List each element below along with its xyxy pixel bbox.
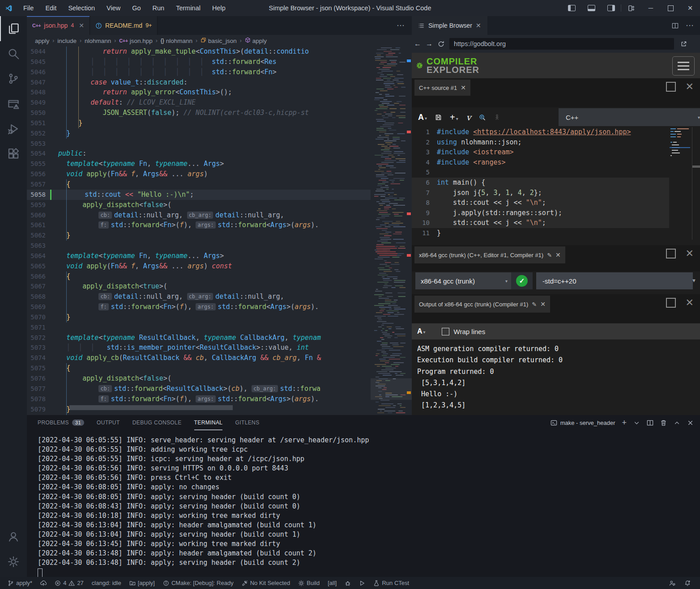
status-item[interactable]: [apply]	[126, 577, 158, 589]
code-line[interactable]: 11}	[412, 228, 669, 238]
scrollbar-handle[interactable]	[692, 165, 700, 168]
close-icon[interactable]: ✕	[540, 301, 546, 308]
tab-simple-browser[interactable]: Simple Browser ✕	[412, 16, 487, 35]
status-item[interactable]	[681, 577, 694, 589]
font-size-button[interactable]: A▾	[417, 327, 426, 335]
code-line[interactable]: 5069 f:std::forward<Fn>(f), args:std::fo…	[27, 302, 412, 312]
horizontal-scrollbar[interactable]	[69, 405, 233, 410]
breadcrumb-item[interactable]: include	[57, 38, 77, 44]
code-line[interactable]: 5077 cb:std::forward<ResultCallback>(cb)…	[27, 384, 412, 394]
minimap[interactable]	[371, 47, 412, 415]
close-pane-icon[interactable]: ✕	[686, 250, 694, 258]
chevron-down-icon[interactable]: ▼	[691, 278, 696, 283]
status-item[interactable]: clangd: idle	[89, 577, 124, 589]
code-line[interactable]: 6int main() {	[412, 178, 669, 188]
code-line[interactable]: 5055 template<typename Fn, typename... A…	[27, 159, 412, 169]
search-icon[interactable]	[0, 41, 27, 66]
code-line[interactable]: 5074 void apply_cb(ResultCallback && cb,…	[27, 353, 412, 363]
code-line[interactable]: 5072 template<typename ResultCallback, t…	[27, 333, 412, 343]
extensions-icon[interactable]	[0, 141, 27, 166]
customize-layout-icon[interactable]	[621, 0, 641, 16]
code-line[interactable]: 5054 public:	[27, 148, 412, 159]
status-item[interactable]	[341, 577, 354, 589]
open-external-icon[interactable]	[680, 41, 687, 47]
add-pane-button[interactable]: +▾	[450, 112, 458, 123]
code-editor[interactable]: 5044 return apply_make_tuple<ConstThis>(…	[27, 47, 412, 415]
code-line[interactable]: 5052 }	[27, 128, 412, 139]
code-line[interactable]: 10 std::cout << j << "\n";	[412, 218, 669, 228]
code-line[interactable]: 5076 apply_dispatch<false>(	[27, 373, 412, 384]
close-tab-icon[interactable]: ✕	[476, 22, 481, 29]
code-line[interactable]: 5075 {	[27, 363, 412, 373]
terminal-content[interactable]: [2022-04-30 06:05:55] INFO: serve_header…	[38, 436, 369, 577]
minimize-icon[interactable]: ─	[641, 0, 661, 16]
compiler-select[interactable]: x86-64 gcc (trunk)▾	[415, 272, 512, 289]
code-line[interactable]: 9 j.apply(std::ranges::sort);	[412, 208, 669, 218]
toggle-sidebar-icon[interactable]	[562, 0, 581, 16]
new-terminal-icon[interactable]: +	[622, 418, 627, 428]
panel-tab-debug-console[interactable]: DEBUG CONSOLE	[132, 415, 182, 430]
vim-mode-icon[interactable]: v	[466, 112, 471, 122]
breadcrumb-item[interactable]: apply	[35, 38, 49, 44]
code-line[interactable]: 5058 std::cout << "Hello :-)\n";	[27, 190, 412, 200]
status-item[interactable]: Run CTest	[370, 577, 412, 589]
maximize-pane-icon[interactable]	[666, 298, 676, 308]
breadcrumb-item[interactable]: nlohmann	[85, 38, 111, 44]
code-line[interactable]: 5061 f:std::forward<Fn>(f), args:std::fo…	[27, 220, 412, 230]
close-pane-icon[interactable]: ✕	[686, 299, 694, 307]
maximize-pane-icon[interactable]	[666, 82, 676, 92]
terminal-task[interactable]: make - serve_header	[551, 420, 615, 426]
code-line[interactable]: 5068 cb:detail::null_arg, cb_arg:detail:…	[27, 292, 412, 302]
files-icon[interactable]	[0, 16, 27, 41]
code-line[interactable]: 5070 }	[27, 312, 412, 322]
rename-icon[interactable]: ✎	[547, 252, 552, 258]
code-line[interactable]: 5051 }	[27, 118, 412, 128]
code-line[interactable]: 5067 apply_dispatch<true>(	[27, 281, 412, 292]
output-tab[interactable]: Output of x86-64 gcc (trunk) (Compiler #…	[414, 296, 550, 313]
status-item[interactable]	[666, 577, 679, 589]
minimap-slider[interactable]	[371, 378, 412, 400]
code-line[interactable]: 5066 {	[27, 271, 412, 282]
code-line[interactable]: 2using nlohmann::json;	[412, 137, 669, 148]
menu-go[interactable]: Go	[127, 3, 145, 13]
source-tab[interactable]: C++ source #1 ✕	[414, 80, 470, 96]
menu-selection[interactable]: Selection	[63, 3, 100, 13]
editor-more-actions-icon[interactable]: ⋯	[397, 16, 412, 35]
language-select[interactable]: C++▾	[559, 108, 700, 126]
menu-edit[interactable]: Edit	[40, 3, 61, 13]
person-icon[interactable]	[494, 114, 500, 121]
panel-tab-terminal[interactable]: TERMINAL	[194, 415, 223, 430]
settings-gear-icon[interactable]	[0, 549, 27, 574]
app-window-warning-icon[interactable]	[0, 91, 27, 116]
status-item[interactable]: CMake: [Debug]: Ready	[160, 577, 237, 589]
code-line[interactable]: 5073 │ │ │ std::is_member_pointer<Result…	[27, 343, 412, 353]
code-line[interactable]: 5065 void apply(Fn&& f, Args&& ... args)…	[27, 261, 412, 271]
menu-terminal[interactable]: Terminal	[171, 3, 205, 13]
code-line[interactable]: 5063	[27, 241, 412, 251]
close-tab-icon[interactable]: ✕	[79, 22, 84, 29]
panel-tab-gitlens[interactable]: GITLENS	[235, 415, 259, 430]
code-line[interactable]: 5	[412, 167, 669, 178]
code-line[interactable]: 5059 apply_dispatch<false>(	[27, 200, 412, 210]
status-item[interactable]: 427	[51, 577, 87, 589]
compiler-tab[interactable]: x86-64 gcc (trunk) (C++, Editor #1, Comp…	[414, 246, 565, 263]
close-icon[interactable]: ✕	[555, 251, 561, 258]
menu-help[interactable]: Help	[207, 3, 230, 13]
godbolt-minimap[interactable]	[670, 127, 692, 240]
code-line[interactable]: 8 std::cout << j << "\n";	[412, 198, 669, 208]
maximize-pane-icon[interactable]	[666, 249, 676, 258]
close-pane-icon[interactable]: ✕	[686, 83, 694, 91]
code-line[interactable]: 5048 return apply_error<ConstThis>();	[27, 87, 412, 97]
split-terminal-icon[interactable]	[647, 420, 653, 426]
code-line[interactable]: 1#include <https://localhost:8443/apply/…	[412, 127, 669, 137]
code-line[interactable]: 5053	[27, 139, 412, 149]
code-line[interactable]: 5049 default: // LCOV_EXCL_LINE	[27, 97, 412, 108]
status-item[interactable]: No Kit Selected	[239, 577, 294, 589]
panel-tab-output[interactable]: OUTPUT	[97, 415, 120, 430]
kill-terminal-icon[interactable]	[660, 420, 667, 426]
status-item[interactable]	[37, 577, 50, 589]
compiler-options-input[interactable]: -std=c++20	[536, 272, 693, 289]
code-line[interactable]: 7 json j{5, 3, 1, 4, 2};	[412, 188, 669, 198]
breadcrumb-item[interactable]: basic_json	[201, 37, 237, 44]
url-input[interactable]: https://godbolt.org	[449, 38, 674, 50]
